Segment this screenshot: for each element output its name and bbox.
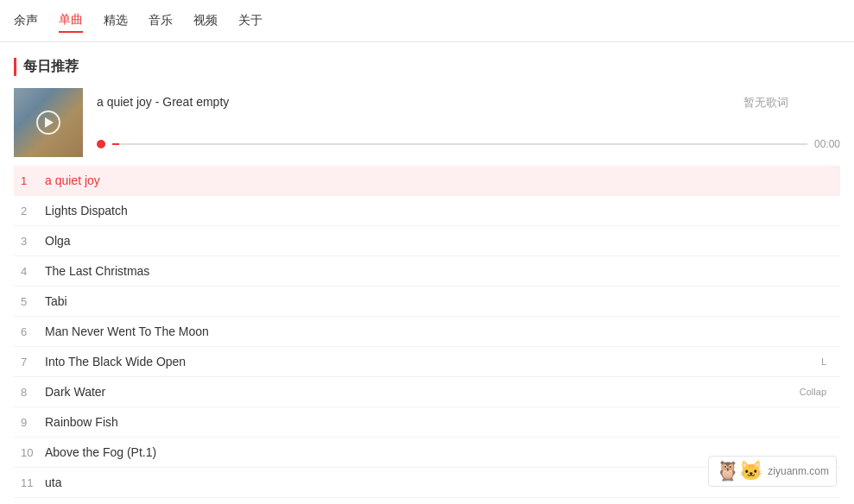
progress-track[interactable] xyxy=(112,143,807,145)
song-name: Into The Black Wide Open xyxy=(45,355,821,369)
song-name: uta xyxy=(45,476,833,489)
progress-dot xyxy=(97,140,105,148)
song-number: 1 xyxy=(21,174,45,187)
song-row[interactable]: 10Above the Fog (Pt.1) xyxy=(14,438,840,468)
nav-item-精选[interactable]: 精选 xyxy=(104,9,128,32)
song-number: 8 xyxy=(21,386,45,399)
player-info: a quiet joy - Great empty 暂无歌词 00:00 xyxy=(97,95,840,150)
song-number: 11 xyxy=(21,476,45,489)
song-name: Olga xyxy=(45,234,833,248)
main-nav: 余声单曲精选音乐视频关于 xyxy=(0,0,854,42)
song-name: Man Never Went To The Moon xyxy=(45,324,833,338)
album-art xyxy=(14,88,83,157)
song-number: 2 xyxy=(21,205,45,217)
song-row[interactable]: 1a quiet joy xyxy=(14,166,840,196)
time-label: 00:00 xyxy=(814,138,840,150)
player-title: a quiet joy - Great empty xyxy=(97,95,229,109)
no-lyrics-label: 暂无歌词 xyxy=(743,95,840,110)
song-list: 1a quiet joy2Lights Dispatch3Olga4The La… xyxy=(14,166,840,504)
song-name: Tabi xyxy=(45,294,833,308)
song-number: 7 xyxy=(21,356,45,369)
song-number: 5 xyxy=(21,295,45,308)
song-name: a quiet joy xyxy=(45,173,833,187)
song-number: 6 xyxy=(21,325,45,338)
player-card: a quiet joy - Great empty 暂无歌词 00:00 xyxy=(14,88,840,157)
song-row[interactable]: 2Lights Dispatch xyxy=(14,196,840,226)
song-row[interactable]: 4The Last Christmas xyxy=(14,256,840,287)
nav-item-视频[interactable]: 视频 xyxy=(193,9,218,32)
nav-item-余声[interactable]: 余声 xyxy=(14,9,38,32)
play-icon xyxy=(45,117,54,128)
song-row[interactable]: 8Dark WaterCollap xyxy=(14,377,840,407)
song-number: 3 xyxy=(21,235,45,248)
song-number: 10 xyxy=(21,446,45,459)
section-title: 每日推荐 xyxy=(14,58,840,76)
song-name: The Last Christmas xyxy=(45,264,833,278)
song-name: Above the Fog (Pt.1) xyxy=(45,445,833,459)
nav-item-关于[interactable]: 关于 xyxy=(238,9,263,32)
song-row[interactable]: 12The Blur Was The Sun xyxy=(14,498,840,504)
play-button[interactable] xyxy=(36,110,60,135)
progress-fill xyxy=(112,143,119,145)
nav-item-音乐[interactable]: 音乐 xyxy=(149,9,173,32)
song-row[interactable]: 9Rainbow Fish xyxy=(14,407,840,438)
song-name: Lights Dispatch xyxy=(45,204,833,217)
song-number: 9 xyxy=(21,416,45,429)
song-tag: Collap xyxy=(800,387,826,397)
song-tag: L xyxy=(821,356,826,367)
daily-section: 每日推荐 a quiet joy - Great empty 暂无歌词 00:0… xyxy=(0,42,854,504)
song-number: 4 xyxy=(21,265,45,278)
song-row[interactable]: 3Olga xyxy=(14,226,840,256)
progress-bar[interactable]: 00:00 xyxy=(97,138,840,150)
song-row[interactable]: 5Tabi xyxy=(14,287,840,317)
song-row[interactable]: 11uta xyxy=(14,468,840,498)
song-name: Rainbow Fish xyxy=(45,415,833,429)
nav-item-单曲[interactable]: 单曲 xyxy=(59,9,83,33)
song-row[interactable]: 7Into The Black Wide OpenL xyxy=(14,347,840,377)
song-row[interactable]: 6Man Never Went To The Moon xyxy=(14,317,840,347)
song-name: Dark Water xyxy=(45,385,800,399)
